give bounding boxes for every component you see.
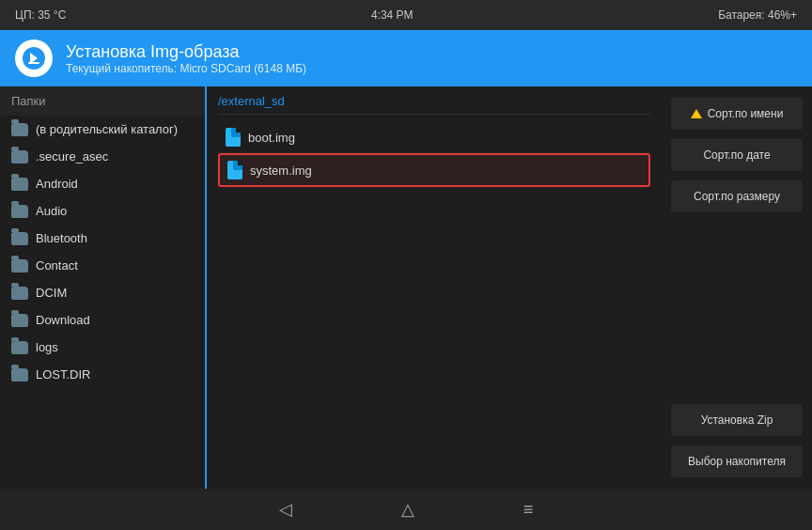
sidebar-item-contact[interactable]: Contact	[0, 252, 205, 279]
sidebar-item-download[interactable]: Download	[0, 306, 205, 334]
sidebar-item-android[interactable]: Android	[0, 170, 205, 197]
back-button[interactable]: ◁	[272, 491, 300, 527]
file-area[interactable]: /external_sd boot.img system.img	[207, 86, 662, 489]
sidebar-item-label: Android	[36, 177, 78, 191]
svg-rect-1	[28, 62, 39, 64]
current-path: /external_sd	[218, 94, 650, 115]
folder-icon	[11, 314, 28, 327]
folder-icon	[11, 150, 28, 164]
sidebar-item-label: Audio	[36, 204, 67, 218]
file-item-boot[interactable]: boot.img	[218, 122, 650, 153]
status-bar: ЦП: 35 °C 4:34 PM Батарея: 46%+	[0, 0, 812, 30]
sidebar-item-parent[interactable]: (в родительский каталог)	[0, 116, 205, 143]
buttons-panel: Сорт.по имени Сорт.по дате Сорт.по разме…	[662, 86, 812, 489]
sidebar-item-secure-asec[interactable]: .secure_asec	[0, 143, 205, 170]
select-storage-label: Выбор накопителя	[688, 455, 786, 468]
sidebar-item-label: Bluetooth	[36, 231, 87, 245]
folder-icon	[11, 178, 28, 191]
file-name: boot.img	[248, 131, 295, 145]
folder-icon	[11, 123, 28, 136]
battery: Батарея: 46%+	[718, 8, 797, 22]
folder-icon	[11, 341, 28, 354]
header-text: Установка Img-образа Текущий накопитель:…	[66, 42, 306, 75]
install-zip-label: Установка Zip	[701, 413, 773, 427]
sidebar-item-bluetooth[interactable]: Bluetooth	[0, 225, 205, 252]
file-item-system[interactable]: system.img	[218, 153, 650, 187]
sidebar-item-logs[interactable]: logs	[0, 334, 205, 361]
sort-icon	[691, 109, 702, 118]
main-content: Папки (в родительский каталог) .secure_a…	[0, 86, 812, 489]
clock: 4:34 PM	[371, 8, 414, 22]
sort-by-name-button[interactable]: Сорт.по имени	[671, 98, 803, 130]
cpu-temp: ЦП: 35 °C	[15, 8, 66, 22]
file-icon	[226, 128, 241, 147]
sidebar[interactable]: Папки (в родительский каталог) .secure_a…	[0, 86, 207, 489]
folder-icon	[11, 287, 28, 300]
bottom-nav: ◁ △ ≡	[0, 489, 812, 530]
menu-button[interactable]: ≡	[516, 492, 541, 527]
install-zip-button[interactable]: Установка Zip	[671, 404, 803, 436]
folder-icon	[11, 232, 28, 245]
folder-icon	[11, 205, 28, 218]
folder-icon	[11, 368, 28, 382]
sidebar-item-lostdir[interactable]: LOST.DIR	[0, 361, 205, 388]
storage-info: Текущий накопитель: Micro SDCard (6148 М…	[66, 62, 306, 75]
sidebar-item-label: logs	[36, 340, 58, 354]
sort-size-label: Сорт.по размеру	[694, 190, 780, 203]
sidebar-item-dcim[interactable]: DCIM	[0, 279, 205, 306]
file-icon	[227, 161, 242, 179]
app-icon	[15, 39, 53, 77]
page-title: Установка Img-образа	[66, 42, 306, 62]
sidebar-header: Папки	[0, 86, 205, 116]
file-name: system.img	[250, 164, 312, 178]
header: Установка Img-образа Текущий накопитель:…	[0, 30, 812, 86]
sidebar-item-label: .secure_asec	[36, 149, 108, 164]
sidebar-item-label: Download	[36, 313, 90, 327]
sort-name-label: Сорт.по имени	[708, 107, 784, 120]
home-button[interactable]: △	[394, 491, 422, 527]
spacer	[671, 222, 803, 395]
sidebar-item-label: DCIM	[36, 286, 67, 300]
sidebar-item-label: LOST.DIR	[36, 367, 91, 382]
sidebar-item-label: (в родительский каталог)	[36, 122, 178, 136]
folder-icon	[11, 259, 28, 273]
sort-by-date-button[interactable]: Сорт.по дате	[671, 139, 803, 171]
sort-by-size-button[interactable]: Сорт.по размеру	[671, 180, 803, 212]
sidebar-item-audio[interactable]: Audio	[0, 197, 205, 225]
sort-date-label: Сорт.по дате	[703, 148, 770, 162]
sidebar-item-label: Contact	[36, 258, 78, 273]
select-storage-button[interactable]: Выбор накопителя	[671, 445, 803, 477]
